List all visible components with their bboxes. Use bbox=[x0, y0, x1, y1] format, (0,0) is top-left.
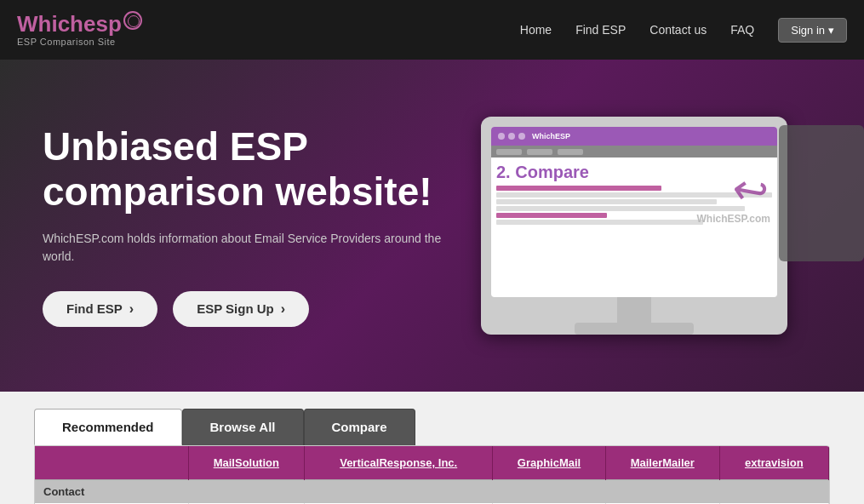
section-label-contact: Contact bbox=[35, 480, 829, 504]
col-mailermailer: MailerMailer bbox=[605, 446, 719, 480]
hero-description: WhichESP.com holds information about Ema… bbox=[43, 230, 468, 266]
screen-row-5 bbox=[496, 220, 703, 225]
esp-table: MailSolution VerticalResponse, Inc. Grap… bbox=[35, 446, 829, 504]
logo-area: Whichesp ESP Comparison Site bbox=[17, 13, 142, 47]
table-body: Contact Contact Contact Contact Contact … bbox=[35, 480, 829, 505]
screen-logo: WhichESP bbox=[532, 132, 570, 140]
screen-nav-item bbox=[527, 149, 552, 155]
hero-image: WhichESP 2. Compare bbox=[481, 117, 838, 335]
screen-header: WhichESP bbox=[491, 127, 777, 146]
tabs: Recommended Browse All Compare bbox=[34, 409, 830, 445]
logo-subtitle: ESP Comparison Site bbox=[17, 37, 142, 47]
arrow-icon-2: › bbox=[281, 301, 285, 317]
monitor-neck bbox=[617, 297, 651, 323]
screen-row-3 bbox=[496, 206, 745, 211]
bottom-section: Recommended Browse All Compare MailSolut… bbox=[0, 392, 864, 504]
screen-dot-1 bbox=[498, 133, 505, 140]
logo: Whichesp bbox=[17, 13, 142, 35]
screen-dot-2 bbox=[508, 133, 515, 140]
hero-content: Unbiased ESP comparison website! WhichES… bbox=[43, 124, 468, 327]
col-graphicmail: GraphicMail bbox=[493, 446, 606, 480]
arrow-icon: › bbox=[129, 301, 134, 317]
nav-faq[interactable]: FAQ bbox=[730, 23, 754, 37]
screen-row-purple bbox=[496, 186, 661, 191]
nav-find-esp[interactable]: Find ESP bbox=[575, 23, 626, 37]
col-mailsolution: MailSolution bbox=[188, 446, 305, 480]
table-container: MailSolution VerticalResponse, Inc. Grap… bbox=[34, 445, 830, 504]
screen-nav bbox=[491, 146, 777, 158]
hero-section: Unbiased ESP comparison website! WhichES… bbox=[0, 60, 864, 392]
section-contact: Contact bbox=[35, 480, 829, 504]
esp-signup-button[interactable]: ESP Sign Up › bbox=[173, 291, 309, 327]
find-esp-button[interactable]: Find ESP › bbox=[43, 291, 157, 327]
screen-row-4 bbox=[496, 213, 607, 218]
watermark: WhichESP.com bbox=[697, 213, 770, 225]
tab-recommended[interactable]: Recommended bbox=[34, 409, 182, 445]
screen-compare-text: 2. Compare bbox=[496, 163, 772, 182]
verticalresponse-link[interactable]: VerticalResponse, Inc. bbox=[340, 456, 457, 469]
hero-buttons: Find ESP › ESP Sign Up › bbox=[43, 291, 468, 327]
monitor-mockup: WhichESP 2. Compare bbox=[481, 117, 787, 335]
nav-home[interactable]: Home bbox=[520, 23, 552, 37]
header-row: MailSolution VerticalResponse, Inc. Grap… bbox=[35, 446, 829, 480]
logo-highlight: esp bbox=[83, 11, 122, 37]
nav-contact[interactable]: Contact us bbox=[649, 23, 707, 37]
table-header: MailSolution VerticalResponse, Inc. Grap… bbox=[35, 446, 829, 480]
nav-links: Home Find ESP Contact us FAQ Sign in ▾ bbox=[520, 18, 847, 43]
logo-icon bbox=[123, 11, 142, 30]
col-verticalresponse: VerticalResponse, Inc. bbox=[305, 446, 493, 480]
graphicmail-link[interactable]: GraphicMail bbox=[518, 456, 581, 469]
extravision-link[interactable]: extravision bbox=[745, 456, 804, 469]
col-feature bbox=[35, 446, 188, 480]
tab-browse-all[interactable]: Browse All bbox=[182, 409, 304, 445]
signin-button[interactable]: Sign in ▾ bbox=[778, 18, 847, 43]
screen-dot-3 bbox=[518, 133, 525, 140]
screen-nav-item bbox=[496, 149, 522, 155]
navbar: Whichesp ESP Comparison Site Home Find E… bbox=[0, 0, 864, 60]
logo-prefix: Which bbox=[17, 11, 83, 37]
tab-compare[interactable]: Compare bbox=[304, 409, 415, 445]
screen-nav-item bbox=[558, 149, 583, 155]
monitor-stand bbox=[491, 297, 777, 335]
dropdown-arrow-icon: ▾ bbox=[828, 24, 834, 37]
monitor-screen: WhichESP 2. Compare bbox=[491, 127, 777, 297]
secondary-monitor bbox=[779, 125, 864, 261]
hero-title: Unbiased ESP comparison website! bbox=[43, 124, 468, 215]
screen-body: 2. Compare ↩ WhichESP.com bbox=[491, 158, 777, 230]
mailsolution-link[interactable]: MailSolution bbox=[214, 456, 279, 469]
col-extravision: extravision bbox=[719, 446, 828, 480]
mailermailer-link[interactable]: MailerMailer bbox=[631, 456, 695, 469]
monitor-foot bbox=[575, 323, 694, 335]
screen-row-2 bbox=[496, 199, 717, 204]
